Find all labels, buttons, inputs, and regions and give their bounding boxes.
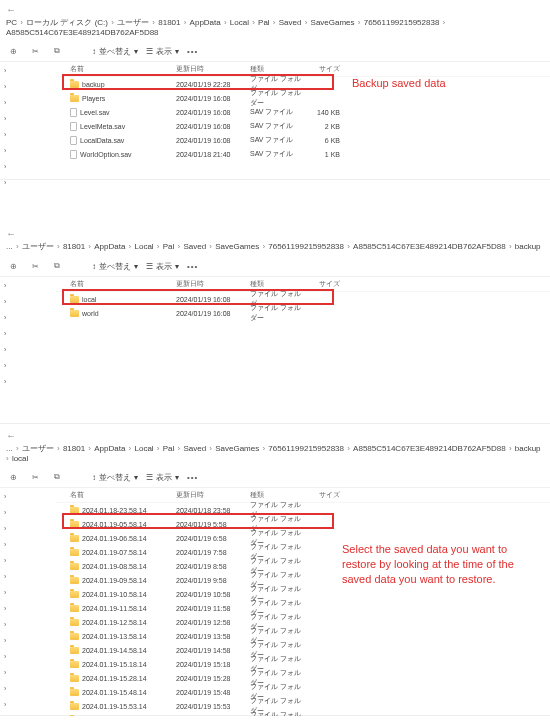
sidebar-item[interactable]: › <box>0 62 56 78</box>
breadcrumb-segment[interactable]: ... <box>6 242 13 251</box>
back-icon[interactable]: ← <box>6 430 16 441</box>
breadcrumb-segment[interactable]: backup <box>515 444 541 453</box>
more-icon[interactable]: ••• <box>187 262 198 271</box>
col-type[interactable]: 種類 <box>250 64 304 74</box>
cut-icon[interactable]: ✂ <box>28 44 42 58</box>
sort-button[interactable]: ↕ 並べ替え ▾ <box>92 472 138 483</box>
breadcrumb-segment[interactable]: 81801 <box>63 242 85 251</box>
table-row[interactable]: LevelMeta.sav2024/01/19 16:08SAV ファイル2 K… <box>56 119 550 133</box>
breadcrumb-segment[interactable]: 81801 <box>63 444 85 453</box>
cut-icon[interactable]: ✂ <box>28 259 42 273</box>
sidebar-item[interactable]: › <box>0 664 56 680</box>
back-icon[interactable]: ← <box>6 4 16 15</box>
col-name[interactable]: 名前 <box>70 64 176 74</box>
breadcrumb-segment[interactable]: ... <box>6 444 13 453</box>
breadcrumb-segment[interactable]: Local <box>135 444 154 453</box>
breadcrumb-segment[interactable]: Local <box>230 18 249 27</box>
table-row[interactable]: 2024.01.19-15.58.142024/01/19 15:58ファイル … <box>56 713 550 716</box>
breadcrumb-segment[interactable]: ユーザー <box>22 242 54 251</box>
copy-icon[interactable]: ⧉ <box>50 44 64 58</box>
sidebar-item[interactable]: › <box>0 696 56 712</box>
col-type[interactable]: 種類 <box>250 279 304 289</box>
breadcrumb-segment[interactable]: 76561199215952838 <box>268 242 344 251</box>
sidebar-item[interactable]: › <box>0 94 56 110</box>
breadcrumb-segment[interactable]: SaveGames <box>311 18 355 27</box>
sidebar-item[interactable]: › <box>0 520 56 536</box>
breadcrumb-segment[interactable]: SaveGames <box>215 242 259 251</box>
table-row[interactable]: world2024/01/19 16:08ファイル フォルダー <box>56 306 550 320</box>
col-date[interactable]: 更新日時 <box>176 64 250 74</box>
cut-icon[interactable]: ✂ <box>28 470 42 484</box>
sidebar-item[interactable]: › <box>0 600 56 616</box>
table-row[interactable]: WorldOption.sav2024/01/18 21:40SAV ファイル1… <box>56 147 550 161</box>
col-name[interactable]: 名前 <box>70 490 176 500</box>
sidebar-item[interactable]: › <box>0 504 56 520</box>
breadcrumb[interactable]: ← ... › ユーザー › 81801 › AppData › Local ›… <box>0 224 550 256</box>
breadcrumb-segment[interactable]: AppData <box>94 444 125 453</box>
sidebar-item[interactable]: › <box>0 680 56 696</box>
breadcrumb-segment[interactable]: Pal <box>163 444 175 453</box>
sidebar-item[interactable]: › <box>0 357 56 373</box>
breadcrumb-segment[interactable]: Saved <box>279 18 302 27</box>
table-row[interactable]: Level.sav2024/01/19 16:08SAV ファイル140 KB <box>56 105 550 119</box>
sidebar-item[interactable]: › <box>0 584 56 600</box>
back-icon[interactable]: ← <box>6 228 16 239</box>
col-size[interactable]: サイズ <box>304 490 348 500</box>
breadcrumb-segment[interactable]: SaveGames <box>215 444 259 453</box>
breadcrumb-segment[interactable]: local <box>12 454 28 463</box>
sidebar-item[interactable]: › <box>0 277 56 293</box>
breadcrumb-segment[interactable]: Pal <box>258 18 270 27</box>
sidebar-item[interactable]: › <box>0 325 56 341</box>
sidebar-item[interactable]: › <box>0 616 56 632</box>
sidebar-item[interactable]: › <box>0 488 56 504</box>
new-icon[interactable]: ⊕ <box>6 259 20 273</box>
view-button[interactable]: ☰ 表示 ▾ <box>146 46 179 57</box>
sort-button[interactable]: ↕ 並べ替え ▾ <box>92 261 138 272</box>
copy-icon[interactable]: ⧉ <box>50 470 64 484</box>
breadcrumb-segment[interactable]: A8585C514C67E3E489214DB762AF5D88 <box>353 242 506 251</box>
sidebar-item[interactable]: › <box>0 568 56 584</box>
view-button[interactable]: ☰ 表示 ▾ <box>146 472 179 483</box>
sidebar-item[interactable]: › <box>0 174 56 190</box>
breadcrumb-segment[interactable]: Local <box>135 242 154 251</box>
col-date[interactable]: 更新日時 <box>176 279 250 289</box>
new-icon[interactable]: ⊕ <box>6 44 20 58</box>
sidebar-item[interactable]: › <box>0 158 56 174</box>
breadcrumb-segment[interactable]: PC <box>6 18 17 27</box>
view-button[interactable]: ☰ 表示 ▾ <box>146 261 179 272</box>
breadcrumb-segment[interactable]: Saved <box>183 444 206 453</box>
breadcrumb[interactable]: ← ... › ユーザー › 81801 › AppData › Local ›… <box>0 426 550 467</box>
sidebar-item[interactable]: › <box>0 536 56 552</box>
table-row[interactable]: Players2024/01/19 16:08ファイル フォルダー <box>56 91 550 105</box>
breadcrumb-segment[interactable]: ユーザー <box>117 18 149 27</box>
breadcrumb-segment[interactable]: Saved <box>183 242 206 251</box>
breadcrumb-segment[interactable]: ローカル ディスク (C:) <box>26 18 108 27</box>
col-size[interactable]: サイズ <box>304 279 348 289</box>
col-size[interactable]: サイズ <box>304 64 348 74</box>
col-date[interactable]: 更新日時 <box>176 490 250 500</box>
col-type[interactable]: 種類 <box>250 490 304 500</box>
breadcrumb-segment[interactable]: A8585C514C67E3E489214DB762AF5D88 <box>353 444 506 453</box>
breadcrumb-segment[interactable]: 76561199215952838 <box>364 18 440 27</box>
sort-button[interactable]: ↕ 並べ替え ▾ <box>92 46 138 57</box>
sidebar-item[interactable]: › <box>0 126 56 142</box>
sidebar-item[interactable]: › <box>0 78 56 94</box>
breadcrumb-segment[interactable]: AppData <box>190 18 221 27</box>
table-row[interactable]: LocalData.sav2024/01/19 16:08SAV ファイル6 K… <box>56 133 550 147</box>
sidebar-item[interactable]: › <box>0 632 56 648</box>
breadcrumb-segment[interactable]: 76561199215952838 <box>268 444 344 453</box>
sidebar-item[interactable]: › <box>0 293 56 309</box>
breadcrumb[interactable]: ← PC › ローカル ディスク (C:) › ユーザー › 81801 › A… <box>0 0 550 41</box>
more-icon[interactable]: ••• <box>187 47 198 56</box>
breadcrumb-segment[interactable]: ユーザー <box>22 444 54 453</box>
sidebar-item[interactable]: › <box>0 341 56 357</box>
sidebar-item[interactable]: › <box>0 648 56 664</box>
breadcrumb-segment[interactable]: 81801 <box>158 18 180 27</box>
col-name[interactable]: 名前 <box>70 279 176 289</box>
sidebar-item[interactable]: › <box>0 552 56 568</box>
breadcrumb-segment[interactable]: Pal <box>163 242 175 251</box>
more-icon[interactable]: ••• <box>187 473 198 482</box>
breadcrumb-segment[interactable]: AppData <box>94 242 125 251</box>
copy-icon[interactable]: ⧉ <box>50 259 64 273</box>
breadcrumb-segment[interactable]: A8585C514C67E3E489214DB762AF5D88 <box>6 28 159 37</box>
